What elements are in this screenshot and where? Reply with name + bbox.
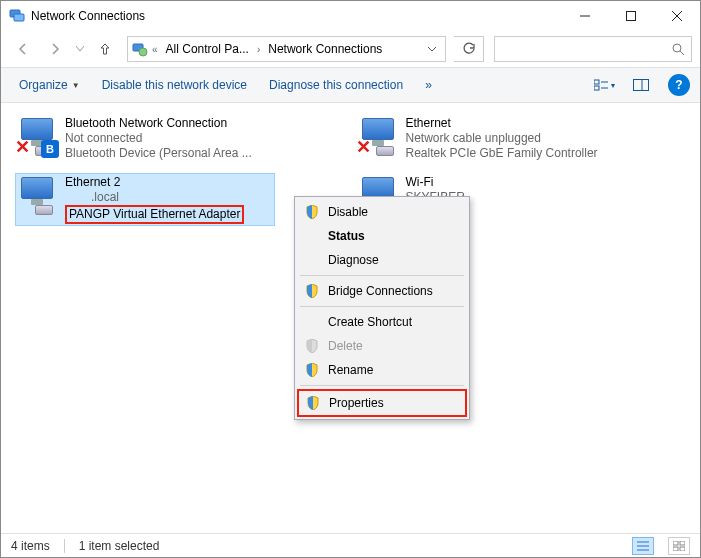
history-dropdown[interactable] bbox=[73, 46, 87, 52]
shield-icon bbox=[305, 396, 321, 410]
app-icon bbox=[9, 8, 25, 24]
menu-label: Disable bbox=[328, 205, 368, 219]
bluetooth-icon: B bbox=[41, 140, 59, 158]
svg-rect-10 bbox=[594, 80, 599, 84]
minimize-button[interactable] bbox=[562, 1, 608, 31]
menu-disable[interactable]: Disable bbox=[298, 200, 466, 224]
menu-rename[interactable]: Rename bbox=[298, 358, 466, 382]
menu-create-shortcut[interactable]: Create Shortcut bbox=[298, 310, 466, 334]
preview-pane-button[interactable] bbox=[626, 72, 656, 98]
menu-label: Diagnose bbox=[328, 253, 379, 267]
close-button[interactable] bbox=[654, 1, 700, 31]
menu-bridge[interactable]: Bridge Connections bbox=[298, 279, 466, 303]
organize-button[interactable]: Organize▼ bbox=[11, 74, 88, 96]
control-panel-icon bbox=[132, 41, 148, 57]
svg-point-7 bbox=[139, 48, 147, 56]
connection-item-ethernet[interactable]: ✕ Ethernet Network cable unplugged Realt… bbox=[356, 114, 616, 163]
svg-point-8 bbox=[673, 44, 681, 52]
context-menu: Disable Status Diagnose Bridge Connectio… bbox=[294, 196, 470, 420]
back-button[interactable] bbox=[9, 35, 37, 63]
connection-device: Bluetooth Device (Personal Area ... bbox=[65, 146, 252, 161]
menu-properties[interactable]: Properties bbox=[299, 391, 465, 415]
icons-view-button[interactable] bbox=[668, 537, 690, 555]
disable-device-button[interactable]: Disable this network device bbox=[94, 74, 255, 96]
toolbar: Organize▼ Disable this network device Di… bbox=[1, 67, 700, 103]
connection-status: Not connected bbox=[65, 131, 252, 146]
menu-delete: Delete bbox=[298, 334, 466, 358]
menu-label: Rename bbox=[328, 363, 373, 377]
connection-item-ethernet2[interactable]: Ethernet 2 .local PANGP Virtual Ethernet… bbox=[15, 173, 275, 226]
selection-count: 1 item selected bbox=[79, 539, 160, 553]
titlebar: Network Connections bbox=[1, 1, 700, 31]
connection-status: .local bbox=[65, 190, 244, 205]
shield-icon bbox=[304, 205, 320, 219]
menu-diagnose[interactable]: Diagnose bbox=[298, 248, 466, 272]
adapter-icon: ✕ bbox=[358, 116, 398, 156]
menu-label: Delete bbox=[328, 339, 363, 353]
svg-rect-1 bbox=[14, 14, 24, 21]
menu-status[interactable]: Status bbox=[298, 224, 466, 248]
search-icon bbox=[671, 42, 685, 56]
menu-label: Status bbox=[328, 229, 365, 243]
menu-label: Properties bbox=[329, 396, 384, 410]
menu-label: Create Shortcut bbox=[328, 315, 412, 329]
forward-button[interactable] bbox=[41, 35, 69, 63]
disconnected-x-icon: ✕ bbox=[356, 136, 371, 158]
connection-status: Network cable unplugged bbox=[406, 131, 598, 146]
connection-name: Wi-Fi bbox=[406, 175, 465, 190]
svg-rect-3 bbox=[627, 12, 636, 21]
svg-rect-20 bbox=[680, 541, 685, 545]
connection-item-bluetooth[interactable]: ✕ B Bluetooth Network Connection Not con… bbox=[15, 114, 275, 163]
breadcrumb-seg[interactable]: Network Connections bbox=[264, 40, 386, 58]
menu-separator bbox=[300, 275, 464, 276]
svg-rect-14 bbox=[634, 80, 649, 91]
status-bar: 4 items 1 item selected bbox=[1, 533, 700, 557]
connection-device: PANGP Virtual Ethernet Adapter bbox=[65, 205, 244, 224]
maximize-button[interactable] bbox=[608, 1, 654, 31]
svg-line-9 bbox=[680, 51, 684, 55]
connection-device: Realtek PCIe GbE Family Controller bbox=[406, 146, 598, 161]
chevron-down-icon: ▼ bbox=[72, 81, 80, 90]
up-button[interactable] bbox=[91, 35, 119, 63]
adapter-icon bbox=[17, 175, 57, 215]
connection-name: Bluetooth Network Connection bbox=[65, 116, 252, 131]
chevron-icon: « bbox=[152, 44, 158, 55]
chevron-right-icon: › bbox=[257, 44, 260, 55]
shield-icon bbox=[304, 363, 320, 377]
nav-row: « All Control Pa... › Network Connection… bbox=[1, 31, 700, 67]
address-dropdown[interactable] bbox=[423, 46, 441, 52]
svg-rect-19 bbox=[673, 541, 678, 545]
item-count: 4 items bbox=[11, 539, 50, 553]
adapter-icon: ✕ B bbox=[17, 116, 57, 156]
view-options-button[interactable]: ▼ bbox=[590, 72, 620, 98]
connection-name: Ethernet bbox=[406, 116, 598, 131]
menu-separator bbox=[300, 385, 464, 386]
svg-rect-11 bbox=[594, 86, 599, 90]
refresh-button[interactable] bbox=[454, 36, 484, 62]
disconnected-x-icon: ✕ bbox=[15, 136, 30, 158]
menu-label: Bridge Connections bbox=[328, 284, 433, 298]
svg-rect-21 bbox=[673, 547, 678, 551]
address-bar[interactable]: « All Control Pa... › Network Connection… bbox=[127, 36, 446, 62]
svg-rect-22 bbox=[680, 547, 685, 551]
breadcrumb-seg[interactable]: All Control Pa... bbox=[162, 40, 253, 58]
diagnose-button[interactable]: Diagnose this connection bbox=[261, 74, 411, 96]
shield-icon bbox=[304, 339, 320, 353]
help-button[interactable]: ? bbox=[668, 74, 690, 96]
window-title: Network Connections bbox=[31, 9, 562, 23]
more-button[interactable]: » bbox=[417, 74, 440, 96]
search-input[interactable] bbox=[494, 36, 692, 62]
shield-icon bbox=[304, 284, 320, 298]
menu-separator bbox=[300, 306, 464, 307]
connection-name: Ethernet 2 bbox=[65, 175, 244, 190]
details-view-button[interactable] bbox=[632, 537, 654, 555]
